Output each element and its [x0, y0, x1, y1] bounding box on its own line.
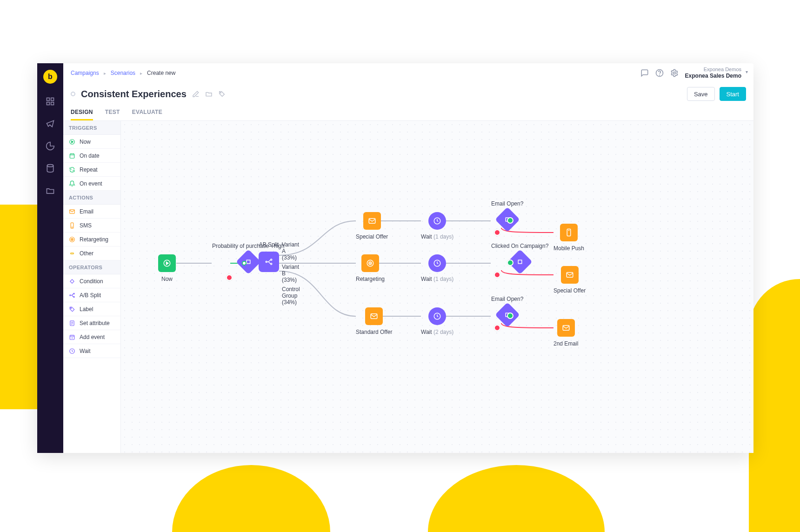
- palette-op-condition[interactable]: Condition: [63, 274, 120, 288]
- palette-trigger-repeat[interactable]: Repeat: [63, 163, 120, 177]
- port: [242, 261, 247, 266]
- svg-point-28: [266, 261, 267, 263]
- tag-icon[interactable]: [218, 90, 226, 98]
- svg-point-30: [271, 263, 272, 265]
- breadcrumb: Campaigns ▸ Scenarios ▸ Create new: [71, 70, 175, 76]
- svg-point-13: [72, 226, 72, 227]
- palette-op-wait[interactable]: Wait: [63, 344, 120, 358]
- node-palette: TRIGGERS Now On date Repeat On event ACT…: [63, 121, 121, 453]
- decorative-accent: [0, 205, 42, 409]
- palette-action-retargeting[interactable]: Retargeting: [63, 233, 120, 246]
- success-marker-icon: [507, 259, 513, 266]
- palette-trigger-ondate[interactable]: On date: [63, 149, 120, 163]
- decorative-accent: [428, 465, 605, 532]
- breadcrumb-current: Create new: [147, 70, 175, 76]
- folder-icon[interactable]: [205, 90, 213, 98]
- node-wait-2[interactable]: Wait (1 days): [421, 254, 453, 282]
- svg-rect-2: [47, 102, 50, 105]
- palette-op-absplit[interactable]: A/B Split: [63, 288, 120, 302]
- dashboard-icon[interactable]: [46, 97, 55, 106]
- assets-icon[interactable]: [46, 186, 55, 195]
- svg-point-8: [220, 92, 221, 93]
- palette-trigger-now[interactable]: Now: [63, 135, 120, 149]
- node-wait-1[interactable]: Wait (1 days): [421, 212, 453, 240]
- node-ab-split[interactable]: AB Split Variant A (33%) Variant B (33%)…: [259, 241, 279, 272]
- campaigns-icon[interactable]: [46, 119, 55, 128]
- svg-rect-39: [518, 260, 522, 264]
- edit-icon[interactable]: [192, 90, 200, 98]
- svg-rect-3: [51, 102, 54, 105]
- titlebar: Consistent Experiences Save Start: [63, 83, 753, 105]
- palette-op-label[interactable]: Label: [63, 302, 120, 316]
- page-title: Consistent Experiences: [81, 89, 187, 100]
- analytics-icon[interactable]: [46, 141, 55, 151]
- svg-rect-18: [70, 279, 74, 283]
- tab-evaluate[interactable]: EVALUATE: [132, 105, 162, 120]
- tab-design[interactable]: DESIGN: [71, 105, 93, 120]
- tabs: DESIGN TEST EVALUATE: [63, 105, 753, 121]
- save-button[interactable]: Save: [687, 87, 715, 101]
- node-email-2nd[interactable]: 2nd Email: [553, 319, 578, 347]
- account-switcher[interactable]: Exponea Demos Exponea Sales Demo: [685, 66, 746, 80]
- palette-action-email[interactable]: Email: [63, 205, 120, 219]
- settings-icon[interactable]: [670, 69, 679, 77]
- app-window: b Campaigns ▸ Scenarios ▸ Create new Exp…: [37, 63, 753, 453]
- palette-action-other[interactable]: Other: [63, 246, 120, 260]
- node-condition-email-open-1[interactable]: Email Open?: [491, 200, 523, 228]
- palette-header-operators: OPERATORS: [63, 260, 120, 274]
- error-marker-icon: [494, 325, 500, 331]
- svg-point-4: [47, 165, 53, 167]
- split-variants: Variant A (33%) Variant B (33%) Control …: [282, 241, 300, 306]
- node-mobile-push[interactable]: Mobile Push: [553, 224, 584, 252]
- nav-rail: b: [37, 63, 63, 453]
- error-marker-icon: [494, 229, 500, 236]
- node-now[interactable]: Now: [158, 254, 176, 282]
- help-icon[interactable]: [655, 69, 664, 77]
- palette-header-triggers: TRIGGERS: [63, 121, 120, 135]
- success-marker-icon: [507, 217, 513, 224]
- palette-op-addevent[interactable]: Add event: [63, 330, 120, 344]
- node-email-special-offer-out[interactable]: Special Offer: [553, 266, 586, 294]
- svg-point-6: [659, 75, 660, 75]
- data-icon[interactable]: [46, 164, 55, 173]
- tab-test[interactable]: TEST: [105, 105, 120, 120]
- decorative-accent: [749, 279, 800, 532]
- palette-op-setattribute[interactable]: Set attribute: [63, 316, 120, 330]
- node-email-standard-offer[interactable]: Standard Offer: [356, 307, 393, 335]
- topbar: Campaigns ▸ Scenarios ▸ Create new Expon…: [63, 63, 753, 83]
- svg-point-19: [70, 294, 71, 295]
- error-marker-icon: [494, 272, 500, 278]
- edges: [121, 121, 753, 453]
- svg-point-29: [271, 259, 272, 260]
- svg-point-37: [370, 263, 371, 264]
- svg-rect-0: [47, 98, 50, 101]
- node-condition-clicked[interactable]: Clicked On Campaign?: [491, 243, 548, 271]
- palette-action-sms[interactable]: SMS: [63, 219, 120, 233]
- node-retargeting[interactable]: Retargeting: [356, 254, 385, 282]
- node-wait-3[interactable]: Wait (2 days): [421, 307, 453, 335]
- status-indicator: [71, 92, 75, 96]
- scenario-canvas[interactable]: Now Probability of purchase - high AB Sp…: [121, 121, 753, 453]
- svg-point-7: [673, 72, 675, 74]
- svg-rect-17: [71, 253, 74, 253]
- palette-header-actions: ACTIONS: [63, 191, 120, 205]
- svg-point-16: [72, 239, 72, 239]
- svg-point-22: [71, 307, 72, 308]
- svg-rect-10: [70, 153, 74, 158]
- comment-icon[interactable]: [640, 69, 649, 77]
- breadcrumb-campaigns[interactable]: Campaigns: [71, 70, 99, 76]
- error-marker-icon: [226, 274, 233, 281]
- success-marker-icon: [507, 313, 513, 319]
- decorative-accent: [172, 465, 330, 532]
- palette-trigger-onevent[interactable]: On event: [63, 177, 120, 191]
- svg-point-20: [73, 293, 74, 294]
- node-condition-email-open-2[interactable]: Email Open?: [491, 296, 523, 324]
- node-email-special-offer[interactable]: Special Offer: [356, 212, 388, 240]
- start-button[interactable]: Start: [720, 87, 746, 101]
- brand-logo[interactable]: b: [43, 70, 57, 84]
- svg-rect-1: [51, 98, 54, 101]
- svg-point-21: [73, 296, 74, 297]
- svg-rect-27: [247, 260, 250, 264]
- breadcrumb-scenarios[interactable]: Scenarios: [111, 70, 135, 76]
